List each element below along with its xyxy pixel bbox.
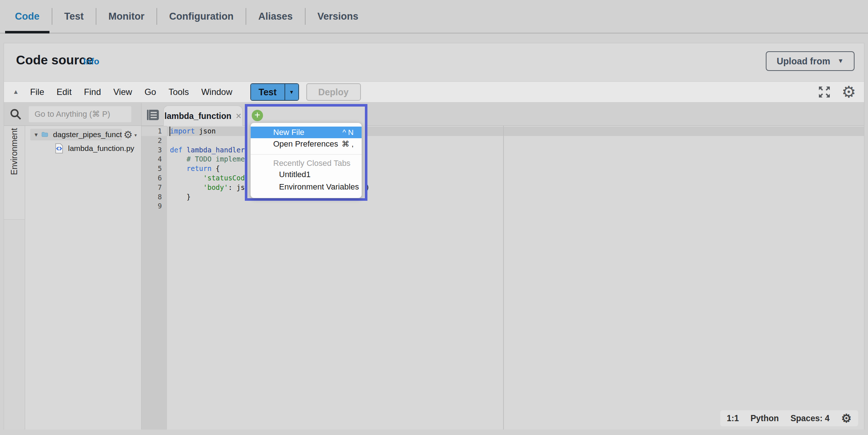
go-to-anything-input[interactable] bbox=[29, 106, 131, 122]
menu-item-environment-variables[interactable]: Environment Variables bbox=[251, 181, 362, 193]
new-tab-context-menu: + New File ^ N Open Preferences ⌘ , Rece… bbox=[245, 104, 367, 201]
editor-tab-lambda-function[interactable]: lambda_function × bbox=[163, 105, 243, 126]
page-title: Code source bbox=[16, 53, 93, 67]
close-icon[interactable]: × bbox=[236, 111, 242, 122]
menu-find[interactable]: Find bbox=[78, 87, 107, 97]
menu-item-open-preferences[interactable]: Open Preferences ⌘ , bbox=[251, 138, 362, 150]
menu-item-label: New File bbox=[273, 128, 304, 137]
menu-section-recently-closed-tabs: Recently Closed Tabs bbox=[251, 158, 362, 168]
folder-name: dagster_pipes_funct bbox=[53, 130, 122, 139]
tree-folder-row[interactable]: ▾ dagster_pipes_funct bbox=[30, 129, 122, 140]
environment-label: Environment bbox=[9, 128, 19, 175]
editor-gutter: 1 2 3 4 5 6 7 8 9 bbox=[142, 126, 167, 430]
test-dropdown-button[interactable]: ▼ bbox=[284, 84, 298, 100]
line-number: 5 bbox=[142, 164, 167, 173]
deploy-button[interactable]: Deploy bbox=[306, 83, 361, 101]
gear-icon[interactable]: ⚙ bbox=[842, 84, 856, 100]
indentation-setting[interactable]: Spaces: 4 bbox=[791, 414, 829, 423]
ide-content: Environment ▾ dagster_pipes_funct ⚙ ▾ bbox=[4, 126, 864, 430]
tab-versions[interactable]: Versions bbox=[306, 0, 371, 33]
tab-configuration-label: Configuration bbox=[169, 11, 234, 22]
fullscreen-icon[interactable] bbox=[817, 85, 832, 99]
ide-menubar: ▲ File Edit Find View Go Tools Window Te… bbox=[4, 81, 864, 103]
tab-test[interactable]: Test bbox=[52, 0, 96, 33]
line-number: 8 bbox=[142, 192, 167, 202]
tab-list-button[interactable] bbox=[146, 108, 160, 121]
ide-toolbar: lambda_function × bbox=[4, 103, 864, 126]
line-number: 2 bbox=[142, 136, 167, 145]
test-button[interactable]: Test bbox=[251, 84, 284, 100]
tab-list-icon bbox=[147, 109, 159, 121]
test-split-button: Test ▼ bbox=[250, 83, 299, 101]
file-code-icon bbox=[55, 143, 63, 153]
menu-item-label: Open Preferences bbox=[273, 139, 338, 149]
disclosure-triangle-icon[interactable]: ▾ bbox=[35, 131, 38, 139]
cursor-position[interactable]: 1:1 bbox=[727, 414, 739, 423]
ide-window-controls: ⚙ bbox=[817, 84, 864, 100]
tab-monitor[interactable]: Monitor bbox=[96, 0, 156, 33]
language-mode[interactable]: Python bbox=[750, 414, 779, 423]
menu-go[interactable]: Go bbox=[138, 87, 162, 97]
menu-window[interactable]: Window bbox=[195, 87, 238, 97]
menu-view[interactable]: View bbox=[107, 87, 139, 97]
file-tree-panel: ▾ dagster_pipes_funct ⚙ ▾ lambda_functio… bbox=[25, 126, 142, 430]
code-line bbox=[170, 201, 370, 211]
upload-from-label: Upload from bbox=[777, 56, 830, 67]
caret-up-icon[interactable]: ▲ bbox=[13, 88, 19, 96]
editor-tab-label: lambda_function bbox=[164, 111, 231, 121]
menu-item-shortcut: ⌘ , bbox=[342, 140, 354, 148]
tree-file-row[interactable]: lambda_function.py bbox=[55, 143, 134, 154]
line-number: 7 bbox=[142, 183, 167, 192]
menu-item-untitled1[interactable]: Untitled1 bbox=[251, 168, 362, 181]
caret-down-icon: ▼ bbox=[289, 89, 294, 95]
caret-down-icon: ▾ bbox=[134, 132, 137, 138]
context-menu-card: New File ^ N Open Preferences ⌘ , Recent… bbox=[250, 123, 362, 198]
menu-file[interactable]: File bbox=[24, 87, 51, 97]
tree-settings-button[interactable]: ⚙ ▾ bbox=[123, 130, 137, 140]
gear-icon[interactable]: ⚙ bbox=[841, 412, 852, 424]
gear-icon: ⚙ bbox=[123, 130, 132, 140]
line-number: 6 bbox=[142, 173, 167, 183]
line-number: 1 bbox=[142, 127, 167, 136]
info-link[interactable]: Info bbox=[83, 56, 99, 67]
environment-sidebar: Environment bbox=[4, 126, 25, 430]
caret-down-icon: ▼ bbox=[837, 57, 844, 65]
environment-sidebar-tab[interactable]: Environment bbox=[4, 126, 25, 220]
folder-icon bbox=[41, 130, 48, 139]
tab-code-label: Code bbox=[15, 11, 40, 22]
search-region bbox=[4, 103, 142, 125]
menu-item-new-file[interactable]: New File ^ N bbox=[251, 127, 362, 138]
tab-aliases-label: Aliases bbox=[258, 11, 293, 22]
line-number: 3 bbox=[142, 145, 167, 155]
tab-test-label: Test bbox=[64, 11, 84, 22]
print-margin-line bbox=[503, 126, 504, 430]
function-nav: Code Test Monitor Configuration Aliases … bbox=[0, 0, 868, 33]
menu-edit[interactable]: Edit bbox=[51, 87, 78, 97]
tab-versions-label: Versions bbox=[318, 11, 359, 22]
menu-item-shortcut: ^ N bbox=[342, 128, 354, 137]
text-cursor bbox=[170, 127, 170, 136]
menu-separator bbox=[251, 154, 362, 155]
editor-status-bar: 1:1 Python Spaces: 4 ⚙ bbox=[720, 410, 858, 426]
line-number: 9 bbox=[142, 201, 167, 211]
line-number: 4 bbox=[142, 155, 167, 164]
tab-monitor-label: Monitor bbox=[108, 11, 144, 22]
upload-from-button[interactable]: Upload from ▼ bbox=[766, 51, 855, 71]
file-name: lambda_function.py bbox=[68, 144, 134, 153]
tab-aliases[interactable]: Aliases bbox=[246, 0, 305, 33]
search-icon bbox=[9, 108, 22, 121]
plus-icon[interactable]: + bbox=[252, 110, 263, 121]
code-source-panel: Code source Info Upload from ▼ ▲ File Ed… bbox=[4, 43, 864, 430]
menu-tools[interactable]: Tools bbox=[162, 87, 195, 97]
tab-code[interactable]: Code bbox=[3, 0, 52, 33]
tab-configuration[interactable]: Configuration bbox=[157, 0, 246, 33]
